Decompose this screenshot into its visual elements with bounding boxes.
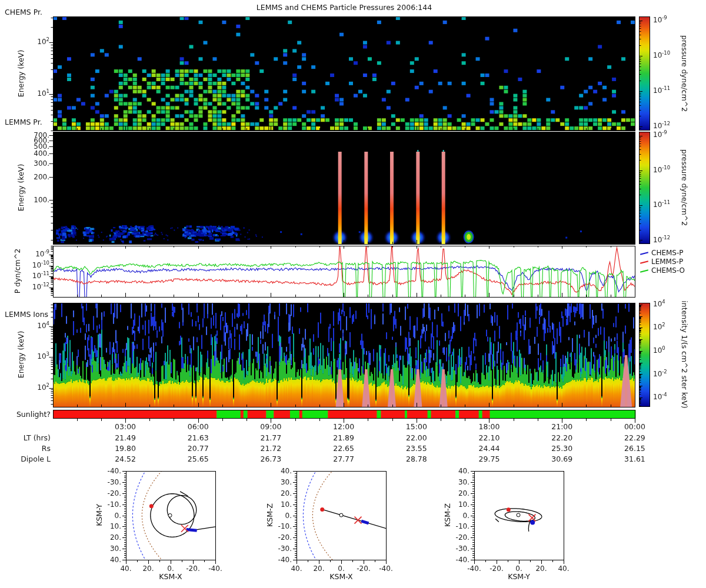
legend-series-label: LEMMS-P [651, 258, 683, 266]
time-tick-label: 18:00 [478, 423, 499, 430]
orbit1-x-tick-label: 40. [120, 565, 131, 573]
orbit3-x-axis-label: KSM-Y [508, 573, 530, 581]
orbit1-x-axis-label: KSM-X [159, 573, 182, 581]
pressure-y-tick-label: 10-10 [32, 262, 49, 270]
ephemeris-row-label: LT (hrs) [24, 434, 51, 442]
ephemeris-value: 20.77 [188, 445, 209, 452]
lemms-y-tick-label: 100. [34, 196, 49, 203]
orbit2-y-tick-label: 10. [281, 500, 292, 508]
chems-colorbar-label: pressure dyne/cm^2 [680, 35, 688, 112]
orbit2-y-tick-label: -30. [278, 545, 292, 553]
orbit1-y-tick-label: 30. [110, 545, 121, 553]
orbit3-x-tick-label: -40. [467, 565, 481, 573]
orbit3-y-tick-label: 40. [458, 467, 469, 475]
legend-series-label: CHEMS-P [651, 249, 684, 257]
ephemeris-value: 21.89 [333, 434, 354, 442]
lemms-y-axis-label: Energy (keV) [17, 164, 25, 212]
lemms-y-tick-label: 400. [34, 150, 49, 158]
chems-y-tick-label: 102 [37, 38, 49, 46]
ions-colorbar-tick-label: 100 [653, 347, 665, 355]
orbit2-x-tick-label: 20. [313, 565, 324, 573]
ephemeris-row-label: Dipole L [21, 455, 51, 463]
orbit3-y-tick-label: 30. [458, 478, 469, 486]
orbit1-y-tick-label: 20. [110, 534, 121, 542]
page-title: LEMMS and CHEMS Particle Pressures 2006:… [257, 4, 432, 12]
ephemeris-value: 24.44 [479, 445, 500, 452]
orbit1-y-tick-label: 10. [110, 523, 121, 530]
orbit2-y-tick-label: 0. [285, 512, 292, 519]
orbit1-x-tick-label: -20. [186, 565, 199, 573]
orbit2-x-tick-label: -40. [379, 565, 392, 573]
ephemeris-value: 21.72 [260, 445, 281, 452]
legend-line-swatch [640, 260, 648, 263]
ephemeris-row-label: Rs [42, 445, 51, 452]
orbit2-x-tick-label: -20. [357, 565, 370, 573]
ephemeris-value: 22.29 [624, 434, 645, 442]
time-tick-label: 15:00 [406, 423, 427, 430]
ephemeris-value: 22.00 [406, 434, 427, 442]
pressure-y-tick-label: 10-12 [32, 283, 49, 292]
ions-colorbar-tick-label: 10-2 [653, 370, 667, 379]
orbit1-y-tick-label: -30. [108, 478, 121, 486]
legend-series-label: CHEMS-O [651, 266, 685, 275]
ions-colorbar-tick-label: 10-4 [653, 393, 667, 402]
ions-y-tick-label: 103 [37, 353, 49, 361]
time-tick-label: 03:00 [115, 423, 136, 430]
orbit3-y-tick-label: 20. [458, 489, 469, 497]
ephemeris-value: 25.65 [188, 455, 209, 463]
orbit2-y-tick-label: 20. [281, 489, 292, 497]
ephemeris-value: 31.61 [624, 455, 645, 463]
ions-colorbar-tick-label: 104 [653, 300, 665, 309]
time-tick-label: 21:00 [551, 423, 572, 430]
legend-item-lemms-p: LEMMS-P [640, 258, 683, 266]
ephemeris-value: 26.73 [260, 455, 281, 463]
orbit1-y-tick-label: -40. [108, 467, 121, 475]
ephemeris-value: 24.52 [115, 455, 136, 463]
lemms-colorbar-label: pressure dyne/cm^2 [680, 149, 688, 226]
ephemeris-value: 21.77 [260, 434, 281, 442]
time-tick-label: 09:00 [260, 423, 281, 430]
orbit1-x-tick-label: -40. [208, 565, 222, 573]
lemms-colorbar-tick-label: 10-9 [653, 131, 667, 139]
orbit2-y-tick-label: -10. [278, 523, 292, 530]
ephemeris-value: 29.75 [479, 455, 500, 463]
orbit3-x-tick-label: 40. [558, 565, 569, 573]
ions-y-axis-label: Energy (keV) [17, 331, 25, 379]
ephemeris-value: 30.69 [551, 455, 572, 463]
orbit3-x-tick-label: 20. [535, 565, 547, 573]
ephemeris-value: 21.49 [115, 434, 136, 442]
ephemeris-value: 22.65 [333, 445, 354, 452]
panel-label-chems-pr: CHEMS Pr. [5, 8, 42, 16]
ephemeris-value: 25.30 [551, 445, 572, 452]
orbit3-y-axis-label: KSM-Z [444, 503, 452, 527]
orbit1-y-axis-label: KSM-Y [95, 504, 104, 526]
orbit3-y-tick-label: 0. [463, 512, 469, 519]
lemms-colorbar-tick-label: 10-11 [653, 201, 670, 209]
chems-y-tick-label: 101 [37, 90, 49, 98]
cassini-particle-pressure-plot: LEMMS and CHEMS Particle Pressures 2006:… [0, 0, 706, 588]
time-tick-label: 12:00 [333, 423, 354, 430]
ephemeris-value: 19.80 [115, 445, 136, 452]
plot-canvas [0, 0, 706, 588]
sunlight-label: Sunlight? [16, 410, 51, 419]
chems-colorbar-tick-label: 10-10 [653, 52, 670, 60]
orbit2-y-tick-label: 30. [281, 478, 292, 486]
orbit3-y-tick-label: -10. [456, 523, 469, 530]
pressure-y-tick-label: 10-11 [32, 272, 49, 280]
legend-line-swatch [640, 269, 648, 272]
orbit2-y-tick-label: -40. [278, 556, 292, 564]
panel-label-lemms-pr: LEMMS Pr. [5, 118, 42, 126]
time-tick-label: 00:00 [624, 423, 645, 430]
orbit1-y-tick-label: 40. [110, 556, 121, 564]
lemms-colorbar-tick-label: 10-12 [653, 236, 670, 245]
pressure-y-tick-label: 10-9 [35, 250, 49, 259]
orbit2-x-axis-label: KSM-X [329, 573, 352, 581]
lemms-colorbar-tick-label: 10-10 [653, 166, 670, 175]
ephemeris-value: 26.15 [624, 445, 645, 452]
orbit3-x-tick-label: -20. [489, 565, 503, 573]
orbit2-y-axis-label: KSM-Z [266, 503, 274, 527]
ions-y-tick-label: 102 [37, 384, 49, 392]
ephemeris-value: 23.55 [406, 445, 427, 452]
orbit1-y-tick-label: -10. [108, 500, 121, 508]
chems-colorbar-tick-label: 10-9 [653, 16, 667, 25]
